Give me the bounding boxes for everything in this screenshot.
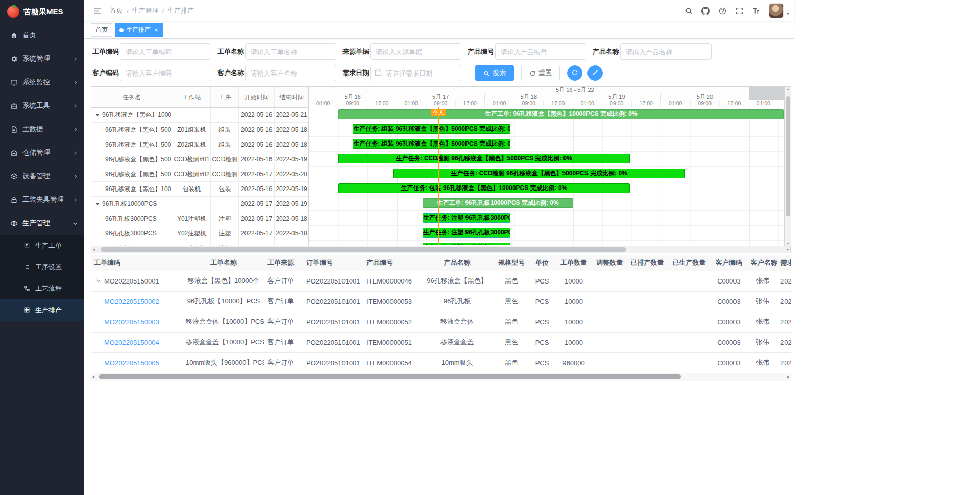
gantt-bar[interactable]: 生产工单: 96孔孔板10000PCS 完成比例: 0% — [423, 198, 573, 208]
scrollbar-thumb[interactable] — [786, 96, 790, 216]
orders-column-header: 客户名称 — [748, 255, 777, 271]
customer-code-input[interactable] — [120, 65, 211, 81]
sidebar-item-production-order[interactable]: 生产工单 — [0, 235, 84, 256]
gantt-grid-row[interactable]: 96孔移液盒【黑色】5000PCS Z01组装机 组装 2022-05-16 2… — [91, 123, 308, 137]
filter-row-1: 工单编码 工单名称 来源单据 产品编号 产品名称 — [92, 43, 794, 60]
work-order-name-input[interactable] — [245, 43, 336, 60]
gantt-grid-row[interactable]: 96孔移液盒【黑色】10000PCS 包装机 包装 2022-05-16 202… — [91, 182, 308, 197]
sidebar-item-process-settings[interactable]: 工序设置 — [0, 256, 84, 278]
sidebar-item-production-scheduling[interactable]: 生产排产 — [0, 299, 84, 321]
scroll-down-arrow[interactable]: ▾ — [787, 241, 789, 246]
table-row[interactable]: MO20220515000510mm吸头【960000】PCS客户订单PO202… — [91, 352, 791, 373]
edit-schedule-button[interactable] — [587, 65, 603, 81]
help-icon[interactable] — [715, 3, 730, 18]
orders-column-header: 需求日期 — [777, 255, 791, 271]
gantt-grid-row[interactable]: 96孔孔板10000PCS 2022-05-17 2022-05-19 — [91, 197, 308, 211]
scroll-right-arrow[interactable]: ▸ — [787, 247, 789, 252]
scroll-right-arrow[interactable]: ▸ — [787, 374, 789, 379]
order-cell-unit: PCS — [529, 298, 555, 305]
process-cell: 包装 — [211, 182, 239, 196]
sidebar-item-master-data[interactable]: 主数据 — [0, 117, 84, 141]
order-code-link[interactable]: MO202205150003 — [104, 318, 159, 326]
product-code-input[interactable] — [495, 43, 586, 60]
reset-button[interactable]: 重置 — [521, 65, 560, 81]
gantt-grid-row[interactable]: 96孔孔板3000PCS Y01注塑机 注塑 2022-05-17 2022-0… — [91, 211, 308, 226]
work-order-code-input[interactable] — [120, 43, 211, 60]
source-document-input[interactable] — [370, 43, 461, 60]
sidebar-item-home[interactable]: 首页 — [0, 23, 84, 47]
timescale-range-label: 5月 16 - 5月 22 — [556, 87, 594, 93]
demand-date-input[interactable] — [370, 65, 461, 81]
filter-field-work-order-code: 工单编码 — [92, 43, 211, 60]
avatar[interactable] — [769, 3, 784, 18]
gantt-grid-row[interactable]: 96孔移液盒【黑色】5000PCS Z02组装机 组装 2022-05-16 2… — [91, 137, 308, 152]
gantt-grid-row[interactable]: 96孔孔板3000PCS Y02注塑机 注塑 2022-05-17 2022-0… — [91, 226, 308, 241]
gantt-bar[interactable]: 生产工单: 96孔移液盒【黑色】10000PCS 完成比例: 0% — [338, 109, 784, 119]
close-icon[interactable]: × — [154, 27, 158, 33]
gantt-chart-row: 生产任务: 注塑 96孔孔板3000PCS 完成比例: 0% — [309, 211, 784, 226]
scale-day-partial — [749, 93, 784, 100]
search-button[interactable]: 搜索 — [475, 65, 514, 81]
table-row[interactable]: MO202205150001移液盒【黑色】10000个客户订单PO2022051… — [91, 271, 791, 291]
order-code-link[interactable]: MO202205150002 — [104, 298, 159, 305]
scroll-left-arrow[interactable]: ◂ — [92, 374, 94, 379]
gantt-bar[interactable]: 生产任务: 注塑 96孔孔板3000PCS 完成比例: 0% — [423, 213, 511, 223]
gantt-bar[interactable]: 生产任务: CCD检测 96孔移液盒【黑色】5000PCS 完成比例: 0% — [338, 154, 630, 163]
gantt-horizontal-scrollbar[interactable]: ◂ ▸ — [91, 246, 790, 253]
orders-horizontal-scrollbar[interactable]: ◂ ▸ — [91, 373, 791, 381]
breadcrumb-item[interactable]: 生产管理 — [132, 6, 159, 15]
sidebar-toggle-icon[interactable] — [89, 3, 105, 18]
sidebar-item-fixture-management[interactable]: 工装夹具管理 — [0, 188, 84, 211]
chevron-down-icon[interactable] — [95, 277, 102, 285]
order-cell-name: 移液盒【黑色】10000个 — [183, 276, 264, 286]
workstation-cell — [173, 108, 211, 122]
customer-name-input[interactable] — [245, 65, 336, 81]
scrollbar-thumb[interactable] — [101, 247, 626, 252]
refresh-schedule-button[interactable] — [567, 65, 582, 81]
gantt-bar[interactable]: 生产任务: 组装 96孔移液盒【黑色】5000PCS 完成比例: 0% — [353, 139, 510, 149]
sidebar-item-equipment-management[interactable]: 设备管理 — [0, 164, 84, 188]
gantt-grid-row[interactable]: 96孔移液盒【黑色】5000PCS CCD检测#02 CCD检测 2022-05… — [91, 167, 308, 182]
table-row[interactable]: MO202205150004移液盒盒盖【10000】PCS客户订单PO20220… — [91, 332, 791, 352]
breadcrumb-item[interactable]: 首页 — [110, 6, 123, 15]
search-icon[interactable] — [681, 3, 697, 18]
chevron-down-icon[interactable]: ▾ — [787, 11, 789, 16]
sidebar-item-system-tools[interactable]: 系统工具 — [0, 94, 84, 117]
product-name-input[interactable] — [620, 43, 712, 60]
tab-production-scheduling[interactable]: 生产排产× — [115, 23, 163, 37]
collapse-caret-icon[interactable] — [95, 114, 100, 119]
gantt-bar[interactable]: 生产任务: 组装 96孔移液盒【黑色】5000PCS 完成比例: 0% — [353, 124, 510, 134]
font-size-icon[interactable] — [749, 3, 764, 18]
order-cell-product: 10mm吸头 — [421, 358, 494, 367]
table-row[interactable]: MO20220515000296孔孔板【10000】PCS客户订单PO20220… — [91, 291, 791, 312]
sidebar-item-process-flow[interactable]: 工艺流程 — [0, 278, 84, 299]
gantt-grid-row[interactable]: 96孔孔板3000PCS Y03注塑机 注塑 2022-05-17 2022-0… — [91, 241, 308, 246]
table-row[interactable]: MO202205150003移液盒盒体【10000】PCS客户订单PO20220… — [91, 312, 791, 332]
tab-home[interactable]: 首页 — [91, 23, 112, 37]
chevron-right-icon — [72, 174, 78, 179]
sidebar-item-system-management[interactable]: 系统管理 — [0, 47, 84, 70]
gantt-vertical-scrollbar[interactable]: ▴ ▾ — [784, 87, 791, 246]
collapse-caret-icon[interactable] — [95, 203, 100, 207]
github-icon[interactable] — [698, 3, 714, 18]
sidebar-item-production-management[interactable]: 生产管理 — [0, 211, 84, 235]
gantt-bar[interactable]: 生产任务: 注塑 96孔孔板3000PCS 完成比例: 0% — [423, 228, 511, 238]
orders-panel: 工单编码工单名称工单来源订单编号产品编号产品名称规格型号单位工单数量调整数量已排… — [91, 255, 791, 381]
order-cell-name: 移液盒盒盖【10000】PCS — [183, 338, 264, 347]
gantt-bar[interactable]: 生产任务: 注塑 96孔孔板3000PCS 完成比例: 0% — [423, 243, 511, 245]
order-code-link[interactable]: MO202205150004 — [104, 339, 159, 346]
scrollbar-thumb[interactable] — [99, 374, 681, 379]
order-cell-spec: 黑色 — [494, 338, 529, 347]
gantt-bar[interactable]: 生产任务: 包装 96孔移液盒【黑色】10000PCS 完成比例: 0% — [338, 183, 630, 193]
sidebar-item-warehouse-management[interactable]: 仓储管理 — [0, 141, 84, 164]
gantt-bar[interactable]: 生产任务: CCD检测 96孔移液盒【黑色】5000PCS 完成比例: 0% — [393, 169, 685, 178]
order-cell-product: 移液盒盒盖 — [421, 338, 494, 347]
gantt-grid-row[interactable]: 96孔移液盒【黑色】10000PCS 2022-05-16 2022-05-21 — [91, 108, 308, 123]
order-code-link[interactable]: MO202205150005 — [104, 359, 159, 367]
scroll-left-arrow[interactable]: ◂ — [93, 247, 95, 252]
sidebar-item-system-monitor[interactable]: 系统监控 — [0, 70, 84, 94]
fullscreen-icon[interactable] — [732, 3, 747, 18]
scroll-up-arrow[interactable]: ▴ — [787, 87, 789, 91]
app-logo[interactable]: 苦糖果MES — [0, 0, 84, 23]
gantt-grid-row[interactable]: 96孔移液盒【黑色】5000PCS CCD检测#01 CCD检测 2022-05… — [91, 152, 308, 167]
